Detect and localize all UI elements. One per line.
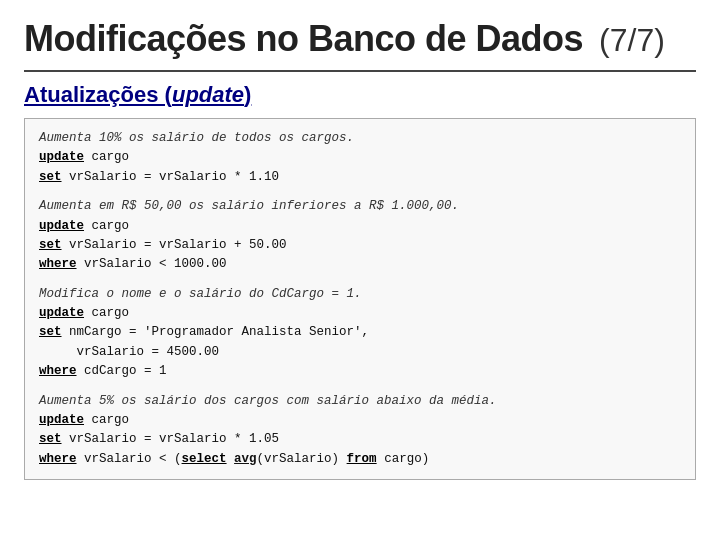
code-block-4: Aumenta 5% os salário dos cargos com sal… <box>39 392 681 470</box>
line-4-2: set vrSalario = vrSalario * 1.05 <box>39 430 681 449</box>
comment-3: Modifica o nome e o salário do CdCargo =… <box>39 285 681 304</box>
code-block-3: Modifica o nome e o salário do CdCargo =… <box>39 285 681 382</box>
line-2-3: where vrSalario < 1000.00 <box>39 255 681 274</box>
line-2-1: update cargo <box>39 217 681 236</box>
line-3-3: vrSalario = 4500.00 <box>39 343 681 362</box>
kw-set-3: set <box>39 325 62 339</box>
kw-where-3: where <box>39 364 77 378</box>
code-box: Aumenta 10% os salário de todos os cargo… <box>24 118 696 480</box>
main-title: Modificações no Banco de Dados <box>24 18 583 60</box>
code-block-2: Aumenta em R$ 50,00 os salário inferiore… <box>39 197 681 275</box>
section-heading-italic: update <box>172 82 244 107</box>
page: Modificações no Banco de Dados (7/7) Atu… <box>0 0 720 540</box>
kw-set-1: set <box>39 170 62 184</box>
line-3-2: set nmCargo = 'Programador Analista Seni… <box>39 323 681 342</box>
line-3-4: where cdCargo = 1 <box>39 362 681 381</box>
kw-update-3: update <box>39 306 84 320</box>
line-1-1: update cargo <box>39 148 681 167</box>
kw-update-1: update <box>39 150 84 164</box>
section-heading-close: ) <box>244 82 251 107</box>
section-heading-plain: Atualizações ( <box>24 82 172 107</box>
comment-4: Aumenta 5% os salário dos cargos com sal… <box>39 392 681 411</box>
section-heading: Atualizações (update) <box>24 82 696 108</box>
line-4-1: update cargo <box>39 411 681 430</box>
kw-set-2: set <box>39 238 62 252</box>
line-4-3: where vrSalario < (select avg(vrSalario)… <box>39 450 681 469</box>
title-row: Modificações no Banco de Dados (7/7) <box>24 18 696 60</box>
title-divider <box>24 70 696 72</box>
comment-1: Aumenta 10% os salário de todos os cargo… <box>39 129 681 148</box>
code-block-1: Aumenta 10% os salário de todos os cargo… <box>39 129 681 187</box>
kw-avg-4: avg <box>234 452 257 466</box>
kw-where-4: where <box>39 452 77 466</box>
kw-update-2: update <box>39 219 84 233</box>
kw-set-4: set <box>39 432 62 446</box>
kw-from-4: from <box>347 452 377 466</box>
line-1-2: set vrSalario = vrSalario * 1.10 <box>39 168 681 187</box>
line-3-1: update cargo <box>39 304 681 323</box>
slide-number: (7/7) <box>599 22 665 59</box>
kw-update-4: update <box>39 413 84 427</box>
kw-where-2: where <box>39 257 77 271</box>
kw-select-4: select <box>182 452 227 466</box>
line-2-2: set vrSalario = vrSalario + 50.00 <box>39 236 681 255</box>
comment-2: Aumenta em R$ 50,00 os salário inferiore… <box>39 197 681 216</box>
